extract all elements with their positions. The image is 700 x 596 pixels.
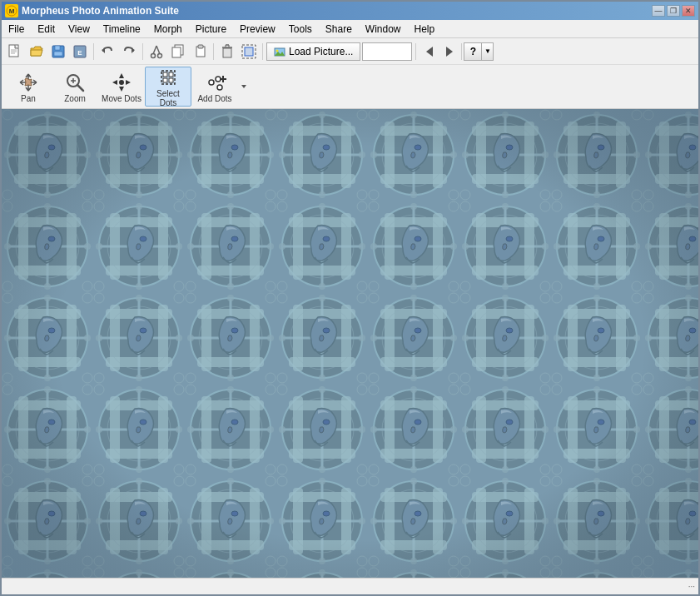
- tools-expand-icon: [240, 78, 248, 95]
- minimize-button[interactable]: —: [652, 5, 665, 17]
- svg-point-49: [217, 85, 222, 90]
- load-picture-icon: [274, 46, 285, 57]
- tool-select-dots[interactable]: Select Dots: [145, 67, 191, 107]
- help-icon: ?: [470, 46, 476, 57]
- menu-preview[interactable]: Preview: [233, 20, 282, 37]
- app-icon: M: [5, 4, 18, 17]
- toolbar-row1: E: [2, 38, 698, 65]
- tools-more-button[interactable]: [238, 67, 250, 107]
- delete-dots-button[interactable]: [217, 42, 237, 62]
- menu-bar: File Edit View Timeline Morph Picture Pr…: [2, 20, 698, 38]
- export-button[interactable]: E: [70, 42, 90, 62]
- menu-help[interactable]: Help: [408, 20, 442, 37]
- tool-pan[interactable]: Pan: [5, 67, 52, 107]
- title-bar-left: M Morpheus Photo Animation Suite: [5, 4, 179, 17]
- svg-marker-40: [126, 80, 131, 85]
- separator-2: [142, 43, 143, 60]
- new-icon: [7, 44, 22, 59]
- restore-button[interactable]: ❐: [667, 5, 680, 17]
- move-dots-icon: [110, 71, 133, 94]
- svg-text:E: E: [77, 49, 82, 57]
- paste-icon: [192, 44, 207, 59]
- export-icon: E: [72, 44, 87, 59]
- redo-icon: [122, 44, 137, 59]
- menu-view[interactable]: View: [62, 20, 97, 37]
- save-icon: [51, 44, 66, 59]
- load-picture-button[interactable]: Load Picture...: [266, 42, 360, 61]
- separator-5: [415, 43, 416, 60]
- svg-rect-2: [9, 45, 18, 57]
- toolbar-more-button[interactable]: ▼: [482, 42, 494, 61]
- status-bar: ···: [2, 578, 698, 594]
- svg-rect-73: [2, 109, 698, 578]
- select-dots-label: Select Dots: [147, 89, 189, 107]
- toolbar-area: E: [2, 38, 698, 109]
- menu-morph[interactable]: Morph: [147, 20, 189, 37]
- menu-timeline[interactable]: Timeline: [97, 20, 147, 37]
- undo-button[interactable]: [97, 42, 117, 62]
- menu-share[interactable]: Share: [319, 20, 359, 37]
- svg-point-47: [209, 80, 214, 85]
- help-button[interactable]: ?: [464, 42, 482, 61]
- tool-add-dots[interactable]: Add Dots: [191, 67, 238, 107]
- main-canvas-area[interactable]: [2, 109, 698, 578]
- svg-rect-21: [223, 48, 231, 57]
- paste-button[interactable]: [190, 42, 210, 62]
- menu-file[interactable]: File: [2, 20, 31, 37]
- svg-point-14: [158, 53, 162, 57]
- save-button[interactable]: [48, 42, 68, 62]
- main-window: M Morpheus Photo Animation Suite — ❐ ✕ F…: [0, 0, 700, 596]
- toolbar-row2: Pan Zoom: [2, 65, 698, 108]
- prev-frame-button[interactable]: [420, 42, 439, 62]
- svg-line-34: [77, 85, 83, 91]
- status-indicator: ···: [688, 582, 695, 591]
- separator-4: [262, 43, 263, 60]
- svg-rect-8: [54, 52, 62, 56]
- separator-1: [93, 43, 94, 60]
- open-icon: [29, 44, 44, 59]
- svg-line-16: [156, 46, 160, 54]
- svg-marker-37: [119, 73, 124, 78]
- close-button[interactable]: ✕: [682, 5, 695, 17]
- tool-zoom[interactable]: Zoom: [52, 67, 98, 107]
- svg-rect-45: [163, 78, 167, 82]
- next-frame-icon: [443, 45, 456, 58]
- separator-6: [461, 43, 462, 60]
- menu-edit[interactable]: Edit: [31, 20, 62, 37]
- svg-rect-20: [198, 45, 203, 48]
- title-buttons: — ❐ ✕: [652, 5, 695, 17]
- svg-rect-44: [169, 72, 173, 77]
- move-dots-label: Move Dots: [102, 94, 141, 103]
- menu-tools[interactable]: Tools: [282, 20, 319, 37]
- svg-rect-43: [163, 72, 167, 77]
- svg-marker-52: [241, 85, 246, 88]
- window-title: Morpheus Photo Animation Suite: [22, 5, 179, 17]
- add-dots-label: Add Dots: [197, 94, 231, 103]
- tool-move-dots[interactable]: Move Dots: [98, 67, 145, 107]
- next-frame-button[interactable]: [439, 42, 459, 62]
- picture-dropdown[interactable]: [362, 42, 412, 61]
- open-button[interactable]: [27, 42, 47, 62]
- menu-window[interactable]: Window: [359, 20, 408, 37]
- select-dots-icon: [156, 66, 180, 89]
- select-all-icon: [241, 44, 256, 59]
- svg-point-13: [151, 53, 156, 57]
- svg-marker-38: [119, 87, 124, 92]
- copy-icon: [171, 44, 186, 59]
- add-dots-icon: [203, 71, 226, 94]
- load-picture-container: Load Picture... ?: [266, 42, 494, 62]
- pan-icon: [17, 71, 40, 94]
- select-all-button[interactable]: [239, 42, 259, 62]
- cut-button[interactable]: [146, 42, 166, 62]
- title-bar: M Morpheus Photo Animation Suite — ❐ ✕: [2, 2, 698, 20]
- new-button[interactable]: [5, 42, 25, 62]
- copy-button[interactable]: [168, 42, 188, 62]
- pan-label: Pan: [21, 94, 36, 103]
- prev-frame-icon: [423, 45, 436, 58]
- svg-rect-7: [55, 46, 60, 50]
- delete-dots-icon: [220, 44, 235, 59]
- undo-icon: [100, 44, 115, 59]
- menu-picture[interactable]: Picture: [189, 20, 233, 37]
- redo-button[interactable]: [119, 42, 139, 62]
- canvas-svg: [2, 109, 698, 578]
